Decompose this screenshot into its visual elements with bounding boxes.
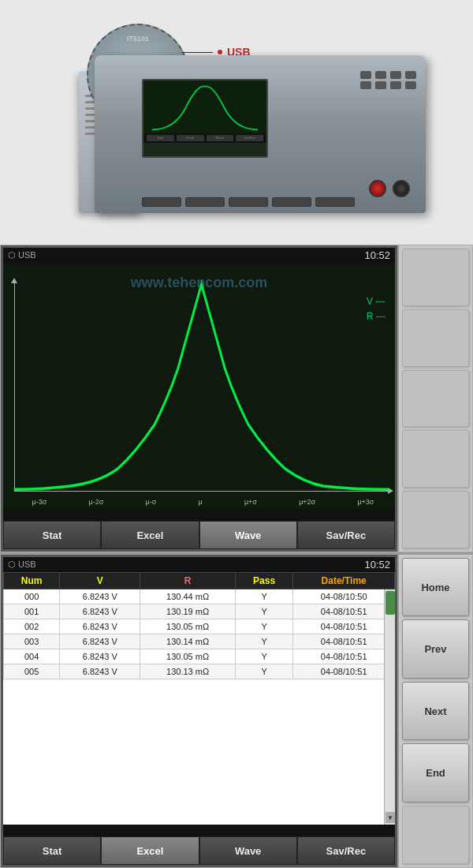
table-header-row: Num V R Pass Date/Time: [4, 573, 395, 589]
x-label-1: μ-2σ: [89, 498, 104, 506]
x-label-4: μ+σ: [244, 498, 257, 506]
table-row: 0046.8243 V130.05 mΩY04-08/10:51: [4, 649, 395, 664]
table-row: 0006.8243 V130.44 mΩY04-08/10:50: [4, 589, 395, 604]
device-btn-6: [375, 81, 386, 89]
wave-screen-time: 10:52: [364, 249, 390, 261]
device-btn-1: [360, 71, 371, 79]
table-cell-5-1: 6.8243 V: [60, 664, 140, 679]
tab-excel-data[interactable]: Excel: [101, 836, 199, 865]
device-bottom-buttons: [142, 197, 355, 207]
x-axis-labels: μ-3σ μ-2σ μ-σ μ μ+σ μ+2σ μ+3σ: [11, 498, 395, 506]
table-cell-3-0: 003: [4, 634, 60, 649]
device-bottom-btn-4: [272, 197, 311, 207]
usb-line-path: [181, 52, 213, 53]
wave-chart-area: www.tehencom.com V --- R --- μ-3σ μ-2σ: [3, 263, 395, 509]
wave-sidebar: [397, 245, 472, 552]
x-label-0: μ-3σ: [32, 498, 47, 506]
table-cell-4-2: 130.05 mΩ: [140, 649, 235, 664]
table-cell-1-3: Y: [235, 604, 293, 619]
table-cell-5-0: 005: [4, 664, 60, 679]
wave-bottom-tabs[interactable]: Stat Excel Wave Sav/Rec: [3, 521, 395, 549]
usb-dot: [218, 50, 222, 54]
tab-savrec-data[interactable]: Sav/Rec: [297, 836, 395, 865]
col-header-v: V: [60, 573, 140, 589]
wave-screen-header: ⬡ USB 10:52: [3, 248, 395, 263]
table-body: 0006.8243 V130.44 mΩY04-08/10:500016.824…: [4, 589, 395, 679]
device-btn-7: [390, 81, 401, 89]
tab-wave-data[interactable]: Wave: [199, 836, 297, 865]
device-model-label: IT5101: [127, 35, 149, 43]
col-header-pass: Pass: [235, 573, 293, 589]
tab-stat-wave[interactable]: Stat: [3, 521, 101, 549]
wave-screen: ⬡ USB 10:52 www.tehencom.com V --- R ---: [1, 245, 397, 552]
device-bottom-btn-1: [142, 197, 181, 207]
table-cell-5-3: Y: [235, 664, 293, 679]
scrollbar-thumb: [385, 591, 395, 615]
device-knob-red: [369, 180, 386, 197]
mini-btn-wave: Wave: [207, 135, 234, 141]
table-cell-2-1: 6.8243 V: [60, 619, 140, 634]
wave-sidebar-btn-5: [402, 491, 469, 548]
device-screen-inner: [143, 80, 266, 133]
table-cell-2-2: 130.05 mΩ: [140, 619, 235, 634]
table-cell-0-3: Y: [235, 589, 293, 604]
data-screen-time: 10:52: [364, 559, 390, 571]
device-btn-3: [390, 71, 401, 79]
device-btn-8: [405, 81, 416, 89]
table-cell-4-1: 6.8243 V: [60, 649, 140, 664]
table-cell-1-4: 04-08/10:51: [293, 604, 395, 619]
col-header-r: R: [140, 573, 235, 589]
col-header-date: Date/Time: [293, 573, 395, 589]
tab-stat-data[interactable]: Stat: [3, 836, 101, 865]
table-row: 0056.8243 V130.13 mΩY04-08/10:51: [4, 664, 395, 679]
sidebar-btn-home[interactable]: Home: [402, 558, 469, 616]
table-cell-2-3: Y: [235, 619, 293, 634]
table-scrollbar[interactable]: ▼: [384, 589, 395, 825]
device-image-section: IT5101 USB IT5131 Battery Tester Stat Ex…: [0, 0, 473, 245]
data-table-wrapper: Num V R Pass Date/Time 0006.8243 V130.44…: [3, 572, 395, 825]
x-label-6: μ+3σ: [357, 498, 374, 506]
table-cell-2-0: 002: [4, 619, 60, 634]
chart-vr-labels: V --- R ---: [367, 294, 385, 324]
r-label: R ---: [367, 309, 385, 324]
data-sidebar: Home Prev Next End: [397, 555, 472, 867]
sidebar-btn-next[interactable]: Next: [402, 682, 469, 740]
x-label-2: μ-σ: [146, 498, 157, 506]
bell-curve-svg: [14, 268, 389, 492]
tab-excel-wave[interactable]: Excel: [101, 521, 199, 549]
data-bottom-tabs[interactable]: Stat Excel Wave Sav/Rec: [3, 836, 395, 865]
device-screen-buttons: Stat Excel Wave Sav/Rec: [143, 133, 266, 143]
data-measurements-table: Num V R Pass Date/Time 0006.8243 V130.44…: [3, 572, 395, 679]
table-cell-0-4: 04-08/10:50: [293, 589, 395, 604]
data-table-screen: ⬡ USB 10:52 Num V R Pass Date/Time 0006.…: [1, 555, 397, 867]
device-main-body: IT5131 Battery Tester Stat Excel Wave Sa…: [95, 55, 426, 213]
table-cell-0-2: 130.44 mΩ: [140, 589, 235, 604]
table-cell-4-3: Y: [235, 649, 293, 664]
v-label: V ---: [367, 294, 385, 309]
device-mini-chart: [143, 80, 266, 133]
mini-btn-excel: Excel: [177, 135, 204, 141]
device-btn-2: [375, 71, 386, 79]
wave-sidebar-btn-4: [402, 430, 469, 488]
sidebar-btn-prev[interactable]: Prev: [402, 619, 469, 678]
x-label-5: μ+2σ: [299, 498, 315, 506]
col-header-num: Num: [4, 573, 60, 589]
wave-sidebar-btn-3: [402, 370, 469, 428]
device-right-buttons: [360, 71, 418, 89]
device-bottom-btn-5: [315, 197, 355, 207]
table-row: 0016.8243 V130.19 mΩY04-08/10:51: [4, 604, 395, 619]
sidebar-btn-end[interactable]: End: [402, 743, 469, 802]
device-knob-black: [393, 180, 410, 197]
table-cell-5-2: 130.13 mΩ: [140, 664, 235, 679]
tab-wave-wave[interactable]: Wave: [199, 521, 297, 549]
table-cell-1-2: 130.19 mΩ: [140, 604, 235, 619]
mini-btn-savrec: Sav/Rec: [236, 135, 263, 141]
tab-savrec-wave[interactable]: Sav/Rec: [297, 521, 395, 549]
sidebar-btn-5: [402, 806, 469, 864]
data-table-section: ⬡ USB 10:52 Num V R Pass Date/Time 0006.…: [0, 552, 473, 868]
wave-sidebar-btn-1: [402, 249, 469, 306]
table-cell-0-0: 000: [4, 589, 60, 604]
scrollbar-down-arrow[interactable]: ▼: [385, 812, 395, 823]
table-cell-4-0: 004: [4, 649, 60, 664]
table-cell-1-0: 001: [4, 604, 60, 619]
